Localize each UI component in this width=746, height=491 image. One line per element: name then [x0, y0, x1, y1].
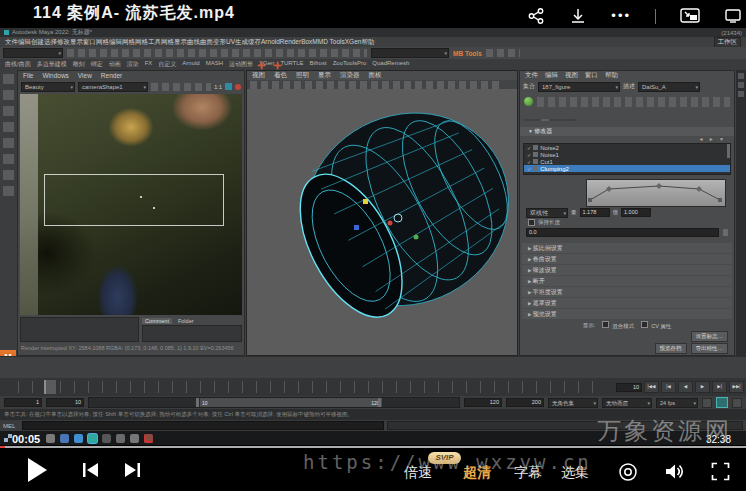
modifier-list-toolbar[interactable]: ◄ ► ▼: [520, 136, 734, 143]
xgen-tab[interactable]: [568, 119, 576, 121]
menu-item[interactable]: XGen: [345, 38, 362, 45]
menu-item[interactable]: 选择: [44, 38, 57, 45]
menu-item[interactable]: 帮助: [361, 38, 374, 45]
toolbar-right-icons[interactable]: [486, 49, 520, 57]
menu-item[interactable]: 网格工具: [135, 38, 161, 45]
menu-item[interactable]: Arnold: [261, 38, 280, 45]
shelf-tab[interactable]: MASH: [206, 60, 223, 69]
menu-item[interactable]: MMD Tools: [312, 38, 344, 45]
playback-button[interactable]: |◀: [661, 381, 676, 393]
mel-input[interactable]: [22, 421, 384, 430]
taskbar-icon[interactable]: [144, 434, 153, 443]
pass-dropdown[interactable]: Beauty: [21, 82, 75, 92]
channel-box-strip[interactable]: [736, 70, 746, 356]
record-circle-icon[interactable]: [618, 462, 638, 486]
current-frame-marker[interactable]: [44, 380, 56, 394]
xgen-menu-item[interactable]: 文件: [525, 71, 538, 80]
comment-box[interactable]: [20, 317, 139, 342]
renderview-menu-item[interactable]: File: [23, 72, 33, 79]
shelf-tab[interactable]: 曲线/曲面: [5, 60, 31, 69]
character-set-dropdown[interactable]: 无角色集: [548, 398, 598, 408]
taskbar-icon[interactable]: [60, 434, 69, 443]
modifiers-section-header[interactable]: 修改器: [520, 127, 734, 136]
playback-button[interactable]: ▶|: [712, 381, 727, 393]
xgen-toolbar-icons[interactable]: [537, 97, 730, 107]
viewport-menu-item[interactable]: 着色: [274, 71, 287, 80]
viewport-menu-item[interactable]: 面板: [369, 71, 382, 80]
mask-slider-handle[interactable]: [723, 229, 728, 236]
taskbar-icon-active[interactable]: [88, 434, 97, 443]
preserve-checkbox[interactable]: [528, 219, 535, 226]
shelf-tab[interactable]: 动画: [109, 60, 121, 69]
description-dropdown[interactable]: DaiSu_A: [638, 82, 700, 92]
renderview-menu-item[interactable]: Render: [101, 72, 122, 79]
viewport-icons[interactable]: [250, 81, 503, 89]
interp-dropdown[interactable]: 双线性: [526, 208, 568, 218]
menu-item[interactable]: 编辑网格: [109, 38, 135, 45]
list-scrollbar[interactable]: [727, 144, 730, 158]
menu-item[interactable]: 显示: [70, 38, 83, 45]
clump-ramp-widget[interactable]: [586, 179, 726, 207]
range-slider-bar[interactable]: 10 120: [200, 398, 382, 407]
shelf-tab[interactable]: 绑定: [91, 60, 103, 69]
shelf-tab[interactable]: TURTLE: [280, 60, 303, 69]
comment-tab[interactable]: Comment: [142, 318, 172, 324]
menu-item[interactable]: 缓存: [248, 38, 261, 45]
xgen-guide-icon[interactable]: [257, 60, 265, 71]
range-handle-right[interactable]: [378, 398, 381, 407]
workspace-selector[interactable]: 工作区: [714, 37, 742, 47]
taskbar-icon[interactable]: [116, 434, 125, 443]
download-icon[interactable]: [569, 7, 587, 25]
taskbar-icon[interactable]: [46, 434, 55, 443]
menu-item[interactable]: 生成: [235, 38, 248, 45]
menu-item[interactable]: 网格显示: [161, 38, 187, 45]
menu-item[interactable]: 创建: [31, 38, 44, 45]
start-button-icon[interactable]: [4, 434, 12, 442]
tool-icons[interactable]: [3, 74, 14, 202]
blend-checkbox[interactable]: [602, 321, 609, 328]
camera-dropdown[interactable]: cameraShape1: [78, 82, 148, 92]
menu-item[interactable]: 文件: [5, 38, 18, 45]
shelf-tab[interactable]: 多边形建模: [37, 60, 67, 69]
play-button[interactable]: [26, 457, 48, 487]
export-button[interactable]: 导出特性…: [691, 343, 729, 354]
xgen-menu-item[interactable]: 帮助: [605, 71, 618, 80]
folder-box[interactable]: [142, 325, 242, 342]
collapsed-section[interactable]: 平坦度设置: [522, 287, 732, 297]
shelf-tab[interactable]: Arnold: [182, 60, 199, 69]
cv-checkbox[interactable]: [641, 321, 648, 328]
xgen-menu-item[interactable]: 窗口: [585, 71, 598, 80]
notes-icon[interactable]: [702, 398, 712, 408]
menu-item[interactable]: 曲面: [200, 38, 213, 45]
xgen-guide-icon[interactable]: [273, 60, 281, 71]
shelf-tab[interactable]: Bifrost: [310, 60, 327, 69]
shelf-tab[interactable]: 自定义: [158, 60, 176, 69]
cast-icon[interactable]: [724, 8, 742, 24]
zoom-ratio-label[interactable]: 1:1: [214, 84, 222, 90]
mbtools-label[interactable]: MB Tools: [453, 50, 482, 57]
next-episode-button[interactable]: [124, 462, 141, 482]
current-frame-field[interactable]: 10: [616, 383, 642, 392]
shelf-tab[interactable]: QuadRemesh: [372, 60, 409, 69]
perspective-viewport[interactable]: 视图着色照明显示渲染器面板: [246, 70, 518, 356]
shelf-tab[interactable]: 渲染: [127, 60, 139, 69]
shelf-tab[interactable]: 雕刻: [73, 60, 85, 69]
xgen-menu-item[interactable]: 编辑: [545, 71, 558, 80]
collapsed-section[interactable]: 断开: [522, 276, 732, 286]
fps-dropdown[interactable]: 24 fps: [656, 398, 698, 408]
xgen-sphere-icon[interactable]: [524, 97, 533, 106]
menu-item[interactable]: 修改: [57, 38, 70, 45]
anim-end-field[interactable]: 200: [506, 398, 544, 407]
shelf-tab[interactable]: 运动图形: [229, 60, 253, 69]
shelf-tab[interactable]: FX: [145, 60, 153, 69]
menu-item[interactable]: UV: [226, 38, 235, 45]
mask-field[interactable]: 0.0: [526, 228, 719, 237]
viewport-menu-item[interactable]: 照明: [296, 71, 309, 80]
xgen-tab[interactable]: [559, 119, 567, 121]
pip-icon[interactable]: [680, 8, 700, 24]
toolbar-icons[interactable]: [67, 49, 367, 57]
taskbar-icon[interactable]: [102, 434, 111, 443]
xgen-menu-item[interactable]: 视图: [565, 71, 578, 80]
more-icon[interactable]: •••: [611, 11, 631, 21]
renderview-icons[interactable]: [151, 83, 211, 91]
